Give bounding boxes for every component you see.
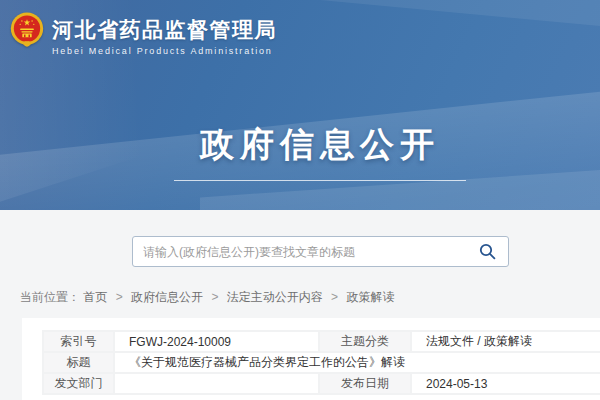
search-input[interactable]: [133, 237, 473, 266]
breadcrumb-separator: >: [116, 290, 123, 304]
hero-banner: 河北省药品监督管理局 Hebei Medical Products Admini…: [0, 0, 600, 210]
breadcrumb-separator: >: [331, 290, 338, 304]
publish-date-value: 2024-05-13: [411, 373, 600, 394]
document-info-table: 索引号 FGWJ-2024-10009 主题分类 法规文件 / 政策解读 标题 …: [42, 330, 600, 395]
index-number-value: FGWJ-2024-10009: [114, 331, 319, 352]
topic-category-label: 主题分类: [319, 331, 411, 352]
document-card: 索引号 FGWJ-2024-10009 主题分类 法规文件 / 政策解读 标题 …: [22, 318, 600, 400]
banner-title: 政府信息公开: [0, 122, 600, 168]
search-bar: [132, 236, 509, 267]
table-row: 索引号 FGWJ-2024-10009 主题分类 法规文件 / 政策解读: [43, 331, 600, 352]
breadcrumb-item-home[interactable]: 首页: [83, 290, 107, 304]
china-national-emblem-icon: [10, 9, 44, 55]
search-button[interactable]: [473, 243, 508, 260]
breadcrumb-separator: >: [211, 290, 218, 304]
breadcrumb-label: 当前位置：: [20, 290, 80, 304]
site-name-zh: 河北省药品监督管理局: [52, 17, 277, 43]
search-icon: [479, 243, 496, 260]
page: 河北省药品监督管理局 Hebei Medical Products Admini…: [0, 0, 600, 400]
site-logo-link[interactable]: 河北省药品监督管理局 Hebei Medical Products Admini…: [10, 9, 277, 56]
banner-title-underline: [174, 180, 466, 181]
site-name-en: Hebei Medical Products Administration: [52, 46, 277, 56]
topic-category-value: 法规文件 / 政策解读: [411, 331, 600, 352]
publish-date-label: 发布日期: [319, 373, 411, 394]
breadcrumb-item-policy-interpretation[interactable]: 政策解读: [346, 290, 394, 304]
breadcrumb: 当前位置： 首页 > 政府信息公开 > 法定主动公开内容 > 政策解读: [20, 289, 394, 306]
table-row: 标题 《关于规范医疗器械产品分类界定工作的公告》解读: [43, 352, 600, 373]
title-value: 《关于规范医疗器械产品分类界定工作的公告》解读: [114, 352, 600, 373]
table-row: 发文部门 发布日期 2024-05-13: [43, 373, 600, 394]
title-label: 标题: [43, 352, 114, 373]
issuing-department-value: [114, 373, 319, 394]
breadcrumb-item-statutory-disclosure[interactable]: 法定主动公开内容: [227, 290, 323, 304]
issuing-department-label: 发文部门: [43, 373, 114, 394]
breadcrumb-item-gov-info[interactable]: 政府信息公开: [131, 290, 203, 304]
index-number-label: 索引号: [43, 331, 114, 352]
site-name-block: 河北省药品监督管理局 Hebei Medical Products Admini…: [52, 9, 277, 56]
